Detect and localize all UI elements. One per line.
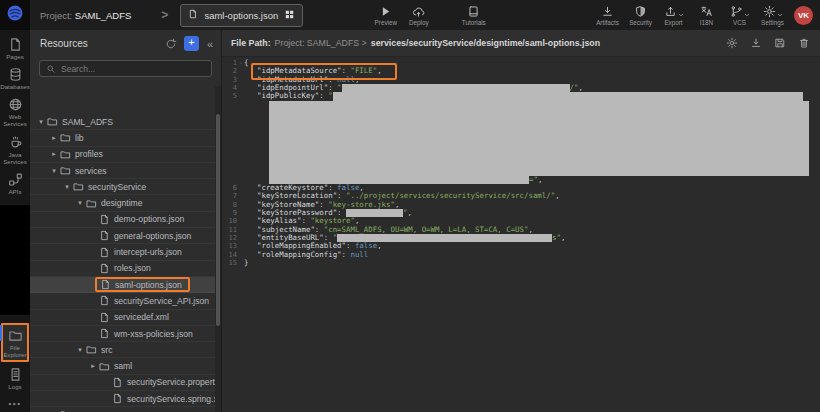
topbar-settings-button[interactable]: Settings [756,4,789,26]
rail-item-web-services[interactable]: Web Services [0,97,30,127]
code-line-content[interactable] [244,134,820,142]
folder-icon [86,344,97,355]
topbar-security-button[interactable]: Security [624,4,657,26]
tree-item-servicedef-xml[interactable]: servicedef.xml [30,310,215,326]
twisty-expanded-icon[interactable]: ▾ [62,183,72,191]
code-line-content[interactable]: "idpPublicKey": " [244,92,820,100]
rail-item-apis[interactable]: APIs [0,172,30,195]
tree-item-lib[interactable]: ▸lib [30,130,215,146]
gutter-spacer [237,142,244,150]
open-file-tab[interactable]: saml-options.json [180,4,303,27]
line-number [222,142,237,150]
twisty-collapsed-icon[interactable]: ▸ [49,150,59,158]
tree-item-src[interactable]: ▸src [30,407,215,412]
topbar-action-label: Tutorials [462,19,486,26]
add-resource-button[interactable]: + [184,36,199,51]
rail-item-logs[interactable]: Logs [0,367,30,390]
gutter-spacer [237,201,244,209]
code-line-content[interactable] [244,159,820,167]
code-line-content[interactable] [244,142,820,150]
gutter-spacer [237,84,244,92]
code-editor[interactable]: 1-{2"idpMetadataSource": "FILE",3"idpMet… [222,57,820,412]
topbar-export-button[interactable]: Export [657,4,690,26]
rail-overflow-button[interactable]: ••• [9,399,22,408]
app-logo[interactable] [0,0,30,30]
tree-item-roles-json[interactable]: roles.json [30,261,215,277]
twisty-expanded-icon[interactable]: ▾ [36,118,46,126]
code-line-content[interactable]: "idpMetadataSource": "FILE", [244,67,820,75]
tree-item-saml[interactable]: ▸saml [30,358,215,374]
tree-item-securityservice-properties[interactable]: securityService.properties [30,375,215,391]
tree-item-label: intercept-urls.json [114,247,182,257]
topbar-artifacts-button[interactable]: Artifacts [591,4,624,26]
tree-item-saml-options-json[interactable]: saml-options.json [30,277,215,293]
tree-item-saml-adfs[interactable]: ▾SAML_ADFS [30,114,215,130]
webmethods-logo-icon [6,4,24,22]
settings-button[interactable] [726,37,738,49]
json-punctuation: , [578,83,582,92]
code-line-content[interactable] [244,101,820,109]
search-input[interactable] [61,64,205,74]
gutter-spacer [237,92,244,100]
topbar-deploy-button[interactable]: Deploy [402,4,435,26]
download-button[interactable] [750,37,762,49]
rail-item-databases[interactable]: Databases [0,67,30,90]
twisty-collapsed-icon[interactable]: ▸ [88,362,98,370]
file-icon [99,230,110,241]
tree-item-label: securityService [88,182,146,192]
code-line-content[interactable]: "roleMappingConfig": null [244,251,820,259]
user-avatar[interactable]: VK [794,6,813,25]
tree-item-securityservice-api-json[interactable]: securityService_API.json [30,293,215,309]
tree-item-securityservice[interactable]: ▾securityService [30,179,215,195]
twisty-expanded-icon[interactable]: ▾ [75,346,85,354]
rail-item-file-explorer[interactable]: File Explorer [1,323,29,362]
redacted-text [269,134,809,142]
twisty-expanded-icon[interactable]: ▾ [75,199,85,207]
rail-item-java-services[interactable]: Java Services [0,135,30,165]
json-punctuation: , [528,225,532,234]
tree-item-services[interactable]: ▾services [30,163,215,179]
topbar-vcs-button[interactable]: VCS [723,4,756,26]
json-punctuation: , [561,233,565,242]
code-line-content[interactable] [244,126,820,134]
tree-item-wm-xss-policies-json[interactable]: wm-xss-policies.json [30,326,215,342]
collapse-panel-button[interactable]: « [206,38,214,50]
twisty-collapsed-icon[interactable]: ▸ [49,134,59,142]
tree-item-designtime[interactable]: ▾designtime [30,195,215,211]
tree-item-profiles[interactable]: ▸profiles [30,147,215,163]
code-spacer [244,139,269,140]
twisty-expanded-icon[interactable]: ▾ [49,167,59,175]
tree-item-src[interactable]: ▾src [30,342,215,358]
file-icon [112,377,123,388]
code-line-content[interactable]: } [244,259,820,267]
json-punctuation: } [244,258,248,267]
code-line-content[interactable] [244,117,820,125]
tree-item-label: demo-options.json [114,214,184,224]
rail-item-pages[interactable]: Pages [0,37,30,60]
refresh-button[interactable] [165,38,177,50]
code-spacer [244,156,269,157]
fold-marker[interactable]: - [237,59,244,67]
topbar-tutorials-button[interactable]: Tutorials [457,4,490,26]
line-number: 7 [222,192,237,200]
top-bar: Project: SAML_ADFS > saml-options.json P… [0,0,820,30]
code-line: 5"idpPublicKey": " [222,92,820,100]
redacted-text [269,159,809,167]
tree-item-demo-options-json[interactable]: demo-options.json [30,212,215,228]
delete-button[interactable] [798,37,810,49]
branch-icon [730,5,743,18]
tree-item-intercept-urls-json[interactable]: intercept-urls.json [30,244,215,260]
redacted-text [269,142,809,150]
tree-item-label: src [101,345,112,355]
panel-scrollbar-thumb[interactable] [216,114,220,326]
save-button[interactable] [774,37,786,49]
topbar-preview-button[interactable]: Preview [369,4,402,26]
topbar-i18n-button[interactable]: I18N [690,4,723,26]
tree-item-label: lib [75,133,84,143]
code-line-content[interactable] [244,109,820,117]
tree-item-securityservice-spring-xml[interactable]: securityService.spring.xml [30,391,215,407]
database-icon [8,67,23,82]
grid-icon[interactable] [284,9,295,20]
tree-item-general-options-json[interactable]: general-options.json [30,228,215,244]
code-line-content[interactable] [244,151,820,159]
